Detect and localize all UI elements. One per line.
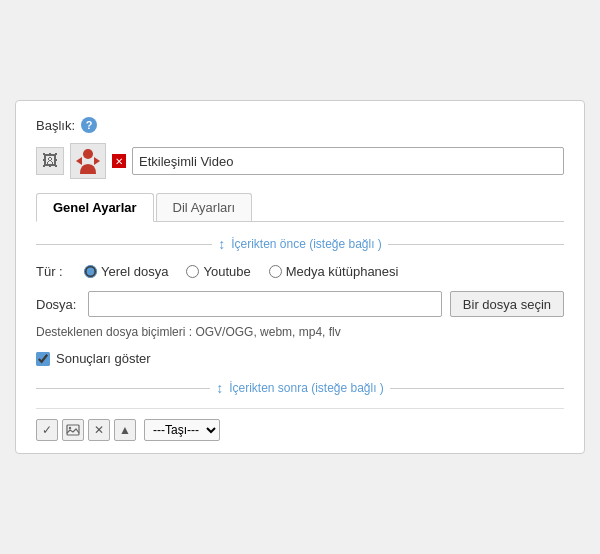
divider-line-after-left <box>36 388 210 389</box>
tur-row: Tür : Yerel dosya Youtube Medya kütüphan… <box>36 264 564 279</box>
title-close-btn[interactable]: ✕ <box>112 154 126 168</box>
svg-point-0 <box>83 149 93 159</box>
dosya-secin-button[interactable]: Bir dosya seçin <box>450 291 564 317</box>
svg-marker-2 <box>94 157 100 165</box>
image-toolbar-icon <box>66 424 80 436</box>
baslik-row: Başlık: ? <box>36 117 564 133</box>
toolbar-close-button[interactable]: ✕ <box>88 419 110 441</box>
dosya-input[interactable] <box>88 291 442 317</box>
tasi-select[interactable]: ---Taşı--- Yukarı Aşağı <box>144 419 220 441</box>
supported-formats: Desteklenen dosya biçimleri : OGV/OGG, w… <box>36 325 564 339</box>
divider-line-after-right <box>390 388 564 389</box>
section-after: ↕ İçerikten sonra (isteğe bağlı ) <box>36 380 564 396</box>
radio-youtube-label: Youtube <box>203 264 250 279</box>
title-input[interactable] <box>132 147 564 175</box>
baslik-label: Başlık: <box>36 118 75 133</box>
toolbar-check-button[interactable]: ✓ <box>36 419 58 441</box>
radio-yerel-label: Yerel dosya <box>101 264 168 279</box>
radio-medya-label: Medya kütüphanesi <box>286 264 399 279</box>
bottom-toolbar: ✓ ✕ ▲ ---Taşı--- Yukarı Aşağı <box>36 408 564 441</box>
tab-genel-ayarlar[interactable]: Genel Ayarlar <box>36 193 154 222</box>
radio-youtube[interactable]: Youtube <box>186 264 250 279</box>
radio-youtube-input[interactable] <box>186 265 199 278</box>
image-icon[interactable]: 🖼 <box>36 147 64 175</box>
title-row: 🖼 ✕ <box>36 143 564 179</box>
section-after-label: İçerikten sonra (isteğe bağlı ) <box>229 381 384 395</box>
radio-medya-input[interactable] <box>269 265 282 278</box>
divider-line-right <box>388 244 564 245</box>
section-before: ↕ İçerikten önce (isteğe bağlı ) <box>36 236 564 252</box>
radio-yerel-input[interactable] <box>84 265 97 278</box>
tur-label: Tür : <box>36 264 66 279</box>
dosya-label: Dosya: <box>36 297 80 312</box>
person-svg <box>74 146 102 176</box>
svg-point-4 <box>69 427 71 429</box>
svg-marker-1 <box>76 157 82 165</box>
dosya-row: Dosya: Bir dosya seçin <box>36 291 564 317</box>
tab-dil-ayarlari[interactable]: Dil Ayarları <box>156 193 253 221</box>
radio-yerel-dosya[interactable]: Yerel dosya <box>84 264 168 279</box>
toolbar-image-button[interactable] <box>62 419 84 441</box>
sonuclari-goster-label: Sonuçları göster <box>56 351 151 366</box>
tabs-container: Genel Ayarlar Dil Ayarları <box>36 193 564 222</box>
person-icon-container <box>70 143 106 179</box>
section-before-icon: ↕ <box>218 236 225 252</box>
main-panel: Başlık: ? 🖼 ✕ Genel Ayarlar Dil Ayarları <box>15 100 585 454</box>
sonuclari-goster-checkbox[interactable] <box>36 352 50 366</box>
radio-medya[interactable]: Medya kütüphanesi <box>269 264 399 279</box>
toolbar-up-button[interactable]: ▲ <box>114 419 136 441</box>
divider-line-left <box>36 244 212 245</box>
section-before-label: İçerikten önce (isteğe bağlı ) <box>231 237 382 251</box>
help-icon[interactable]: ? <box>81 117 97 133</box>
section-after-icon: ↕ <box>216 380 223 396</box>
checkbox-row: Sonuçları göster <box>36 351 564 366</box>
